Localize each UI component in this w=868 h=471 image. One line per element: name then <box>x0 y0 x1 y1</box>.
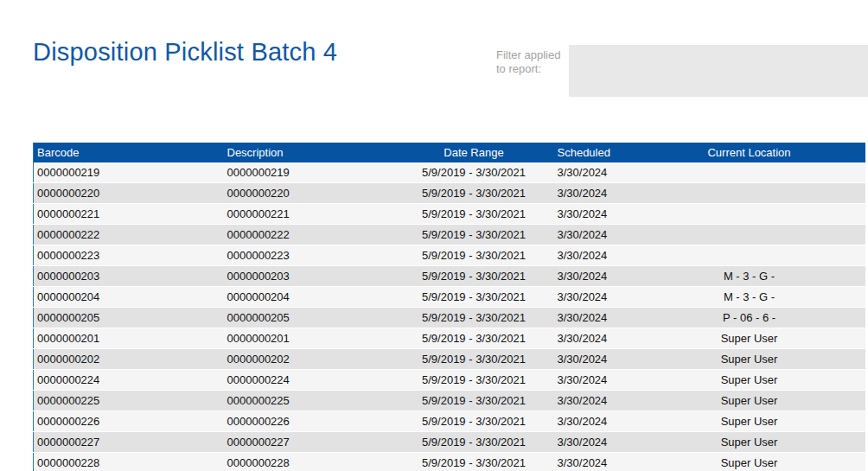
cell-filler <box>846 225 865 245</box>
cell-current-location <box>654 245 846 266</box>
column-header-date-range: Date Range <box>394 143 554 162</box>
cell-description: 0000000226 <box>225 411 394 432</box>
cell-filler <box>846 204 865 225</box>
column-header-current-location: Current Location <box>654 143 846 162</box>
cell-barcode: 0000000226 <box>34 411 225 432</box>
table-row: 000000020100000002015/9/2019 - 3/30/2021… <box>34 328 865 349</box>
page-title: Disposition Picklist Batch 4 <box>33 38 337 67</box>
cell-date-range: 5/9/2019 - 3/30/2021 <box>394 225 554 245</box>
table-row: 000000020500000002055/9/2019 - 3/30/2021… <box>34 308 865 328</box>
cell-description: 0000000227 <box>225 432 394 453</box>
cell-scheduled: 3/30/2024 <box>554 308 654 328</box>
cell-date-range: 5/9/2019 - 3/30/2021 <box>394 453 554 471</box>
cell-current-location: Super User <box>654 453 846 471</box>
cell-current-location: Super User <box>654 391 846 411</box>
cell-filler <box>846 162 865 183</box>
cell-scheduled: 3/30/2024 <box>554 391 654 411</box>
table-row: 000000022400000002245/9/2019 - 3/30/2021… <box>34 370 865 391</box>
cell-date-range: 5/9/2019 - 3/30/2021 <box>394 204 554 225</box>
cell-current-location: Super User <box>654 370 846 391</box>
cell-date-range: 5/9/2019 - 3/30/2021 <box>394 183 554 204</box>
cell-scheduled: 3/30/2024 <box>554 245 654 266</box>
cell-barcode: 0000000201 <box>34 328 225 349</box>
cell-date-range: 5/9/2019 - 3/30/2021 <box>394 245 554 266</box>
cell-filler <box>846 245 865 266</box>
cell-date-range: 5/9/2019 - 3/30/2021 <box>394 266 554 287</box>
cell-barcode: 0000000222 <box>34 225 225 245</box>
table-row: 000000022100000002215/9/2019 - 3/30/2021… <box>34 204 865 225</box>
cell-date-range: 5/9/2019 - 3/30/2021 <box>394 328 554 349</box>
table-row: 000000022000000002205/9/2019 - 3/30/2021… <box>34 183 865 204</box>
cell-barcode: 0000000203 <box>34 266 225 287</box>
cell-current-location: Super User <box>654 328 846 349</box>
cell-filler <box>846 370 865 391</box>
cell-filler <box>846 308 865 328</box>
cell-date-range: 5/9/2019 - 3/30/2021 <box>394 349 554 370</box>
filter-label-line1: Filter applied <box>496 48 560 61</box>
cell-current-location <box>654 183 846 204</box>
cell-description: 0000000220 <box>225 183 394 204</box>
cell-description: 0000000223 <box>225 245 394 266</box>
table-body: 000000021900000002195/9/2019 - 3/30/2021… <box>34 162 865 471</box>
cell-current-location: M - 3 - G - <box>654 266 846 287</box>
cell-filler <box>846 411 865 432</box>
cell-scheduled: 3/30/2024 <box>554 225 654 245</box>
column-header-scheduled: Scheduled <box>554 143 654 162</box>
cell-filler <box>846 328 865 349</box>
cell-barcode: 0000000221 <box>34 204 225 225</box>
disposition-picklist-table: Barcode Description Date Range Scheduled… <box>33 143 865 471</box>
cell-description: 0000000203 <box>225 266 394 287</box>
cell-scheduled: 3/30/2024 <box>554 349 654 370</box>
cell-description: 0000000219 <box>225 162 394 183</box>
table-row: 000000022200000002225/9/2019 - 3/30/2021… <box>34 225 865 245</box>
cell-scheduled: 3/30/2024 <box>554 328 654 349</box>
table-row: 000000022300000002235/9/2019 - 3/30/2021… <box>34 245 865 266</box>
cell-description: 0000000204 <box>225 287 394 308</box>
cell-current-location: Super User <box>654 432 846 453</box>
cell-filler <box>846 287 865 308</box>
cell-barcode: 0000000205 <box>34 308 225 328</box>
cell-description: 0000000201 <box>225 328 394 349</box>
cell-scheduled: 3/30/2024 <box>554 453 654 471</box>
cell-barcode: 0000000224 <box>34 370 225 391</box>
table-row: 000000020200000002025/9/2019 - 3/30/2021… <box>34 349 865 370</box>
table-row: 000000022800000002285/9/2019 - 3/30/2021… <box>34 453 865 471</box>
cell-current-location <box>654 204 846 225</box>
cell-filler <box>846 183 865 204</box>
cell-description: 0000000224 <box>225 370 394 391</box>
cell-current-location: Super User <box>654 349 846 370</box>
cell-filler <box>846 453 865 471</box>
cell-current-location: M - 3 - G - <box>654 287 846 308</box>
filter-label-line2: to report: <box>496 62 541 75</box>
cell-scheduled: 3/30/2024 <box>554 183 654 204</box>
table-row: 000000022500000002255/9/2019 - 3/30/2021… <box>34 391 865 411</box>
cell-description: 0000000205 <box>225 308 394 328</box>
cell-date-range: 5/9/2019 - 3/30/2021 <box>394 162 554 183</box>
cell-filler <box>846 266 865 287</box>
cell-barcode: 0000000219 <box>34 162 225 183</box>
cell-description: 0000000202 <box>225 349 394 370</box>
cell-barcode: 0000000220 <box>34 183 225 204</box>
cell-filler <box>846 432 865 453</box>
table-row: 000000022700000002275/9/2019 - 3/30/2021… <box>34 432 865 453</box>
cell-description: 0000000228 <box>225 453 394 471</box>
cell-barcode: 0000000204 <box>34 287 225 308</box>
cell-date-range: 5/9/2019 - 3/30/2021 <box>394 432 554 453</box>
cell-scheduled: 3/30/2024 <box>554 162 654 183</box>
column-header-barcode: Barcode <box>34 143 225 162</box>
table-header: Barcode Description Date Range Scheduled… <box>34 143 865 162</box>
cell-filler <box>846 349 865 370</box>
table-row: 000000022600000002265/9/2019 - 3/30/2021… <box>34 411 865 432</box>
table-row: 000000021900000002195/9/2019 - 3/30/2021… <box>34 162 865 183</box>
cell-description: 0000000222 <box>225 225 394 245</box>
filter-applied-label: Filter applied to report: <box>496 48 565 76</box>
cell-scheduled: 3/30/2024 <box>554 432 654 453</box>
cell-barcode: 0000000225 <box>34 391 225 411</box>
cell-scheduled: 3/30/2024 <box>554 204 654 225</box>
cell-current-location: Super User <box>654 411 846 432</box>
cell-date-range: 5/9/2019 - 3/30/2021 <box>394 308 554 328</box>
column-header-description: Description <box>225 143 394 162</box>
cell-barcode: 0000000202 <box>34 349 225 370</box>
cell-current-location <box>654 162 846 183</box>
filter-value-box <box>569 45 868 97</box>
